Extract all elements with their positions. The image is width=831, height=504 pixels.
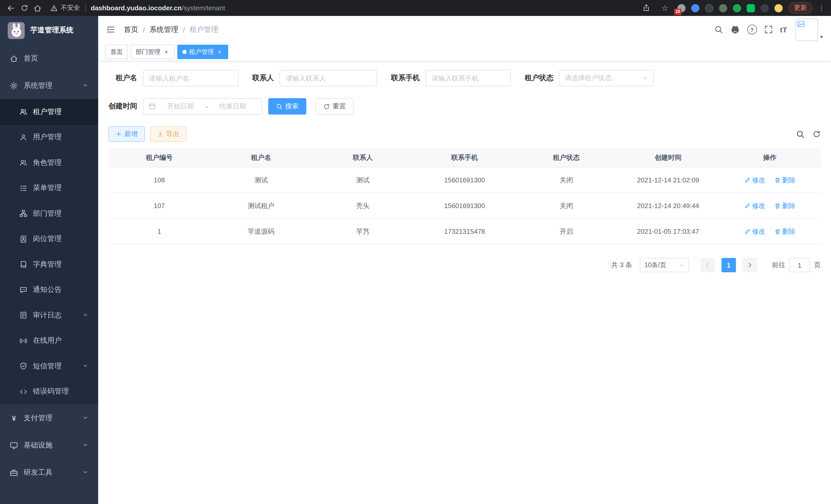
add-button[interactable]: 新增	[109, 126, 145, 142]
goto-page-input[interactable]	[790, 258, 810, 272]
create-time-label: 创建时间	[109, 102, 137, 111]
extension-icon-3[interactable]	[705, 4, 713, 12]
sidebar-group-devtools[interactable]: 研发工具	[0, 459, 98, 486]
delete-button[interactable]: 删除	[774, 227, 796, 236]
search-button[interactable]: 搜索	[268, 98, 306, 115]
sidebar-item-tenant[interactable]: 租户管理	[0, 99, 98, 125]
sidebar-item-menu[interactable]: 菜单管理	[0, 175, 98, 201]
tenant-status-select[interactable]: 请选择租户状态	[559, 70, 654, 86]
sidebar-collapse-button[interactable]	[106, 25, 115, 34]
font-size-button[interactable]: tT	[780, 25, 787, 34]
extension-icon-4[interactable]	[719, 4, 727, 12]
tab-dept[interactable]: 部门管理 ×	[131, 45, 175, 59]
edit-button[interactable]: 修改	[744, 227, 765, 236]
sidebar-item-dict[interactable]: 字典管理	[0, 252, 98, 277]
contact-input[interactable]	[280, 70, 377, 86]
edit-button[interactable]: 修改	[744, 201, 765, 210]
close-icon[interactable]: ×	[163, 49, 170, 55]
sidebar-group-system[interactable]: 系统管理	[0, 72, 98, 99]
sidebar-item-sms[interactable]: 短信管理	[0, 353, 98, 379]
browser-menu-icon[interactable]: ⋮	[818, 4, 825, 12]
sidebar-group-infra[interactable]: 基础设施	[0, 432, 98, 459]
broadcast-icon	[20, 337, 27, 345]
user-menu[interactable]: ▾	[796, 18, 823, 41]
url-path: /system/tenant	[182, 4, 225, 12]
cell-mobile: 15601691300	[414, 193, 515, 218]
page-number-button[interactable]: 1	[721, 258, 736, 272]
reset-button[interactable]: 重置	[316, 98, 353, 115]
sidebar-item-errorcode[interactable]: 错误码管理	[0, 379, 98, 404]
bookmark-button[interactable]: ☆	[658, 1, 672, 14]
fullscreen-button[interactable]	[764, 25, 773, 34]
cell-actions: 修改 删除	[719, 167, 821, 193]
breadcrumb-item[interactable]: 首页	[124, 25, 138, 34]
create-time-range-picker[interactable]: 开始日期 - 结束日期	[143, 98, 262, 115]
back-arrow-icon	[7, 4, 15, 12]
cell-contact: 秃头	[312, 193, 414, 218]
extension-icon-6[interactable]	[747, 4, 755, 12]
page-size-select[interactable]: 10条/页	[640, 258, 689, 272]
delete-button[interactable]: 删除	[774, 201, 796, 210]
tenant-users-icon	[20, 108, 27, 116]
sidebar-item-user[interactable]: 用户管理	[0, 125, 98, 150]
extension-icon-1[interactable]: 10	[677, 4, 686, 12]
search-icon	[796, 130, 805, 139]
tab-tenant-active[interactable]: 租户管理 ×	[177, 45, 228, 59]
prev-page-button[interactable]	[700, 258, 715, 272]
close-icon[interactable]: ×	[217, 49, 223, 55]
site-security-chip[interactable]: 不安全	[50, 4, 80, 12]
tenant-name-input[interactable]	[143, 70, 238, 86]
browser-reload-button[interactable]	[18, 1, 31, 14]
tab-home[interactable]: 首页	[105, 45, 128, 59]
sidebar-item-online-users[interactable]: 在线用户	[0, 328, 98, 353]
tenant-name-label: 租户名	[109, 73, 137, 83]
cell-mobile: 15601691300	[414, 167, 515, 193]
extension-icon-2[interactable]	[691, 4, 699, 12]
sidebar-item-role[interactable]: 角色管理	[0, 150, 98, 175]
docs-help-button[interactable]: ?	[747, 25, 757, 34]
chevron-down-icon	[82, 441, 88, 449]
breadcrumb: 首页 / 系统管理 / 租户管理	[124, 25, 219, 34]
page-content: 租户名 联系人 联系手机 租户状态 请选择租户状态	[98, 61, 831, 504]
refresh-icon	[812, 130, 821, 138]
extension-icon-5[interactable]	[733, 4, 741, 12]
extension-icon-7[interactable]	[761, 4, 769, 12]
toggle-search-button[interactable]	[796, 130, 805, 139]
cell-created: 2021-01-05 17:03:47	[617, 218, 719, 244]
edit-icon	[744, 203, 750, 209]
address-bar[interactable]: dashboard.yudao.iocoder.cn/system/tenant	[91, 4, 637, 12]
page-unit-label: 页	[814, 261, 821, 270]
monitor-icon	[10, 441, 18, 449]
edit-icon	[744, 228, 750, 235]
breadcrumb-item[interactable]: 系统管理	[149, 25, 178, 34]
github-link[interactable]	[730, 25, 740, 34]
sidebar-item-post[interactable]: 岗位管理	[0, 226, 98, 252]
refresh-table-button[interactable]	[812, 130, 821, 138]
sidebar-item-home[interactable]: 首页	[0, 45, 98, 72]
top-navbar: 首页 / 系统管理 / 租户管理 ?	[98, 16, 831, 43]
export-button[interactable]: 导出	[150, 126, 187, 142]
share-button[interactable]	[639, 1, 653, 14]
security-label: 不安全	[61, 4, 80, 12]
browser-back-button[interactable]	[4, 1, 18, 14]
sidebar-item-audit-log[interactable]: 审计日志	[0, 303, 98, 328]
sidebar-group-payment[interactable]: ¥ 支付管理	[0, 404, 98, 432]
chevron-down-icon	[82, 362, 88, 370]
mobile-input[interactable]	[426, 70, 511, 86]
next-page-button[interactable]	[743, 258, 757, 272]
browser-home-button[interactable]	[31, 1, 44, 14]
github-icon	[730, 25, 740, 34]
update-button[interactable]: 更新	[789, 2, 812, 14]
header-search-button[interactable]	[714, 25, 723, 34]
pagination-total: 共 3 条	[611, 261, 632, 270]
app-logo[interactable]: 芋道管理系统	[0, 16, 98, 45]
delete-icon	[774, 228, 781, 235]
profile-avatar[interactable]	[774, 4, 783, 12]
edit-button[interactable]: 修改	[744, 175, 765, 185]
table-row: 108 测试 测试 15601691300 关闭 2021-12-14 21:0…	[109, 167, 821, 193]
sidebar-item-dept[interactable]: 部门管理	[0, 201, 98, 226]
sidebar-item-notice[interactable]: 通知公告	[0, 277, 98, 303]
cell-status: 关闭	[515, 167, 617, 193]
question-icon: ?	[750, 26, 754, 33]
delete-button[interactable]: 删除	[774, 175, 796, 185]
